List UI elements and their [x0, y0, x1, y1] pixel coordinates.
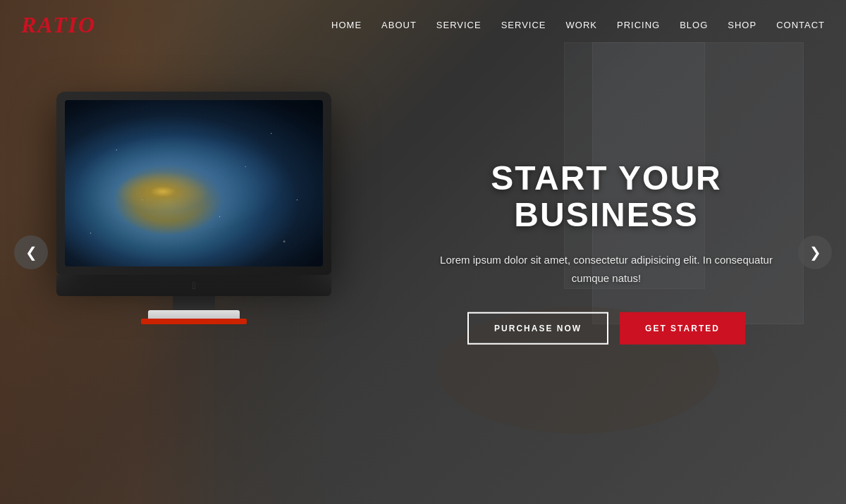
hero-content: START YOUR BUSINESS Lorem ipsum dolor si…	[423, 159, 790, 345]
nav-item-pricing[interactable]: PRICING	[617, 18, 660, 31]
nav-item-about[interactable]: ABOUT	[381, 18, 417, 31]
monitor-frame	[56, 92, 331, 275]
nav-item-home[interactable]: HOME	[331, 18, 362, 31]
logo[interactable]: RATIO	[21, 12, 96, 38]
monitor-stand-base	[148, 310, 240, 321]
purchase-now-button[interactable]: PURCHASE NOW	[467, 312, 608, 345]
nav-item-blog[interactable]: BLOG	[680, 18, 708, 31]
screen-stars	[65, 100, 323, 266]
get-started-button[interactable]: GET STARTED	[620, 312, 745, 345]
hero-subtitle: Lorem ipsum dolor sit amet, consectetur …	[423, 251, 790, 287]
slider-prev-button[interactable]: ❮	[14, 235, 48, 269]
slider-next-button[interactable]: ❯	[798, 235, 832, 269]
chevron-left-icon: ❮	[25, 244, 37, 261]
monitor-stand-neck	[173, 296, 215, 310]
hero-title: START YOUR BUSINESS	[423, 159, 790, 234]
nav-link-work[interactable]: WORK	[566, 20, 597, 30]
hero-buttons: PURCHASE NOW GET STARTED	[423, 312, 790, 345]
monitor-mockup: 	[56, 92, 331, 303]
nav-link-home[interactable]: HOME	[331, 20, 362, 30]
chevron-right-icon: ❯	[809, 244, 821, 261]
main-nav: RATIO HOME ABOUT SERVICE SERVICE WORK PR…	[0, 0, 846, 49]
monitor-screen	[65, 100, 323, 266]
nav-link-pricing[interactable]: PRICING	[617, 20, 660, 30]
nav-item-service2[interactable]: SERVICE	[501, 18, 546, 31]
nav-item-contact[interactable]: CONTACT	[776, 18, 825, 31]
apple-logo-icon: 	[188, 280, 200, 291]
nav-link-shop[interactable]: SHOP	[728, 20, 756, 30]
monitor-chin: 	[56, 275, 331, 296]
nav-link-service2[interactable]: SERVICE	[501, 20, 546, 30]
nav-item-work[interactable]: WORK	[566, 18, 597, 31]
hero-section: RATIO HOME ABOUT SERVICE SERVICE WORK PR…	[0, 0, 846, 504]
nav-link-service1[interactable]: SERVICE	[436, 20, 482, 30]
nav-link-contact[interactable]: CONTACT	[776, 20, 825, 30]
nav-link-about[interactable]: ABOUT	[381, 20, 417, 30]
nav-item-service1[interactable]: SERVICE	[436, 18, 482, 31]
nav-item-shop[interactable]: SHOP	[728, 18, 756, 31]
nav-link-blog[interactable]: BLOG	[680, 20, 708, 30]
nav-links: HOME ABOUT SERVICE SERVICE WORK PRICING …	[331, 18, 825, 31]
